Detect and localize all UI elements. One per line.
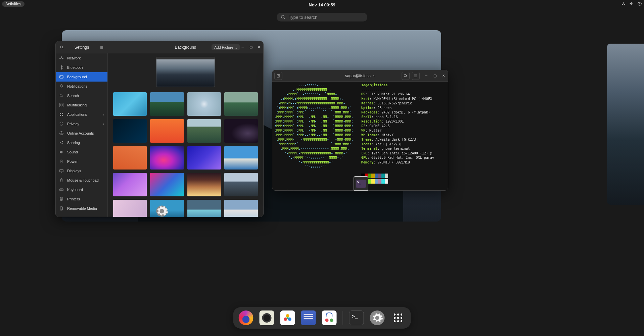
sidebar-item-label: Applications [67,112,87,116]
wallpaper-thumbnail[interactable] [224,200,258,217]
online-accounts-icon [59,131,64,136]
sidebar-item-sharing[interactable]: Sharing [56,138,107,147]
wallpaper-thumbnail[interactable] [224,119,258,143]
sidebar-item-mouse[interactable]: Mouse & Touchpad [56,176,107,185]
svg-rect-10 [60,105,61,107]
window-maximize-button[interactable]: ▢ [248,45,253,50]
window-maximize-button[interactable]: ▢ [432,74,437,78]
sidebar-item-label: Sharing [67,141,80,145]
sidebar-item-label: Background [67,75,87,79]
wallpaper-thumbnail[interactable] [187,119,221,143]
activities-search[interactable]: Type to search [277,13,367,21]
settings-headerbar: Settings Background Add Picture… ─ ▢ ✕ [56,41,263,53]
wallpaper-thumbnail[interactable] [113,92,147,116]
sidebar-item-label: Privacy [67,122,79,126]
printers-icon [59,197,64,201]
svg-rect-8 [60,103,61,105]
svg-point-25 [61,209,61,209]
svg-rect-21 [60,170,63,172]
svg-point-5 [60,46,63,48]
wallpaper-thumbnail[interactable] [224,146,258,170]
wallpaper-thumbnail[interactable] [187,92,221,116]
wallpaper-thumbnail[interactable] [150,119,184,143]
wallpaper-thumbnail[interactable] [150,146,184,170]
terminal-menu-button[interactable] [412,72,420,80]
settings-search-button[interactable] [58,43,66,51]
wallpaper-thumbnail[interactable] [224,173,258,196]
activities-button[interactable]: Activities [2,1,25,7]
svg-rect-12 [60,113,61,114]
svg-rect-23 [60,189,63,191]
wallpaper-thumbnail[interactable] [113,173,147,196]
svg-point-27 [404,74,407,77]
sidebar-item-sound[interactable]: Sound [56,147,107,157]
settings-page-title: Background [175,45,196,50]
sidebar-item-network[interactable]: Network [56,53,107,63]
wallpaper-thumbnail[interactable] [187,146,221,170]
sidebar-item-label: Power [67,159,78,163]
sidebar-item-privacy[interactable]: Privacy › [56,119,107,129]
svg-point-19 [62,143,63,144]
sound-icon [59,150,64,154]
sidebar-item-multitasking[interactable]: Multitasking [56,100,107,110]
settings-window[interactable]: Settings Background Add Picture… ─ ▢ ✕ N… [55,41,264,217]
sidebar-item-label: Online Accounts [67,131,94,135]
settings-menu-button[interactable] [98,43,106,51]
terminal-window[interactable]: sagar@itsfoss: ~ ─ ▢ ✕ ...-:::::-... sag… [272,70,448,191]
window-minimize-button[interactable]: ─ [424,74,428,78]
terminal-window-overview-icon [354,176,368,191]
sidebar-item-keyboard[interactable]: Keyboard [56,185,107,194]
sidebar-item-applications[interactable]: Applications › [56,110,107,119]
sidebar-item-label: Multitasking [67,103,87,107]
terminal-new-tab-button[interactable] [274,72,282,80]
sidebar-item-online-accounts[interactable]: Online Accounts [56,129,107,138]
search-icon [281,15,285,19]
wallpaper-thumbnail[interactable] [113,146,147,170]
sidebar-item-search[interactable]: Search [56,91,107,100]
settings-window-overview-icon [154,203,170,219]
sidebar-item-printers[interactable]: Printers [56,194,107,204]
sidebar-item-removable[interactable]: Removable Media [56,204,107,213]
wallpaper-thumbnail[interactable] [187,200,221,217]
wallpaper-thumbnail[interactable] [113,200,147,217]
privacy-icon [59,122,64,126]
sidebar-item-label: Search [67,94,79,98]
wallpaper-grid [113,92,258,217]
wallpaper-thumbnail[interactable] [150,173,184,196]
sidebar-item-bluetooth[interactable]: Bluetooth [56,63,107,72]
sidebar-item-power[interactable]: Power [56,157,107,166]
bluetooth-icon [59,65,64,70]
search-icon [60,45,64,49]
sidebar-item-label: Displays [67,169,81,173]
applications-icon [59,112,64,117]
panel-clock[interactable]: Nov 14 09:59 [309,2,335,7]
background-icon [59,75,64,79]
search-icon [404,74,408,78]
search-icon [59,93,64,98]
sidebar-item-displays[interactable]: Displays [56,166,107,176]
sidebar-item-notifications[interactable]: Notifications [56,82,107,91]
terminal-search-button[interactable] [402,72,410,80]
settings-title: Settings [68,45,95,50]
search-placeholder: Type to search [289,15,317,20]
add-picture-button[interactable]: Add Picture… [212,44,240,50]
chevron-right-icon: › [103,113,104,116]
wallpaper-thumbnail[interactable] [150,92,184,116]
sidebar-item-background[interactable]: Background [56,72,107,82]
svg-point-17 [60,142,60,143]
window-close-button[interactable]: ✕ [257,45,261,50]
window-minimize-button[interactable]: ─ [240,45,245,50]
svg-rect-13 [62,113,63,114]
multitasking-icon [59,103,64,107]
sidebar-item-label: Network [67,56,81,60]
sidebar-item-label: Mouse & Touchpad [67,178,99,182]
terminal-output[interactable]: ...-:::::-... sagar@itsfoss .-MMMMMMMMMM… [272,82,448,190]
network-icon [59,56,64,60]
wallpaper-thumbnail[interactable] [187,173,221,196]
wallpaper-thumbnail[interactable] [113,119,147,143]
settings-sidebar: Network Bluetooth Background Notificatio… [56,53,108,217]
window-close-button[interactable]: ✕ [441,74,446,78]
wallpaper-thumbnail[interactable] [224,92,258,116]
sidebar-item-label: Notifications [67,84,87,88]
terminal-icon [356,180,366,188]
